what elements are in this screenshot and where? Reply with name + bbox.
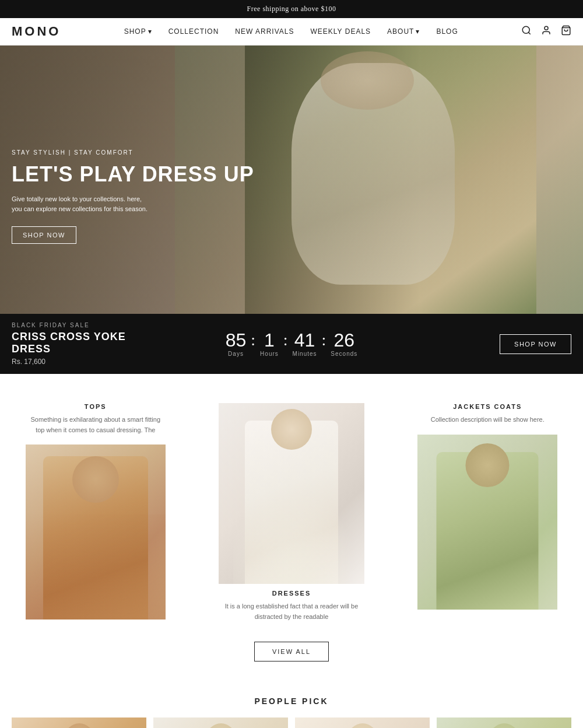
pick-item-2[interactable] xyxy=(153,718,288,728)
sale-info: BLACK FRIDAY SALE CRISS CROSS YOKE DRESS… xyxy=(12,322,152,366)
pick-item-1[interactable] xyxy=(12,718,146,728)
collections-section: TOPS Something is exhilarating about a s… xyxy=(0,374,583,679)
nav-weekly-deals[interactable]: WEEKLY DEALS xyxy=(311,27,371,36)
collection-tops: TOPS Something is exhilarating about a s… xyxy=(12,403,180,620)
chevron-down-icon: ▾ xyxy=(148,27,152,36)
collection-dresses: DRESSES It is a long established fact th… xyxy=(191,403,392,662)
people-pick-section: PEOPLE PICK → xyxy=(0,679,583,728)
sale-title: CRISS CROSS YOKE DRESS xyxy=(12,331,152,355)
announcement-text: Free shipping on above $100 xyxy=(247,5,336,13)
nav-collection[interactable]: COLLECTION xyxy=(168,27,219,36)
countdown-timer: 85 Days : 1 Hours : 41 Minutes : 26 Seco… xyxy=(152,331,431,358)
search-icon[interactable] xyxy=(521,25,532,38)
dresses-description: It is a long established fact that a rea… xyxy=(222,601,361,622)
header-icons xyxy=(521,25,571,38)
hero-description: Give totally new look to your collection… xyxy=(12,194,152,215)
countdown-days: 85 Days xyxy=(226,331,247,357)
sale-shop-now-button[interactable]: SHOP NOW xyxy=(500,334,571,354)
nav-shop[interactable]: SHOP ▾ xyxy=(124,27,152,36)
cart-icon[interactable] xyxy=(561,25,571,38)
hero-subtitle: STAY STYLISH | STAY COMFORT xyxy=(12,149,254,156)
tops-label: TOPS xyxy=(85,403,107,410)
countdown-sep-2: : xyxy=(283,331,288,358)
jackets-description: Collection description will be show here… xyxy=(431,415,545,425)
sale-banner: BLACK FRIDAY SALE CRISS CROSS YOKE DRESS… xyxy=(0,314,583,374)
countdown-sep-3: : xyxy=(322,331,326,358)
pick-item-3[interactable] xyxy=(295,718,430,728)
sale-tag: BLACK FRIDAY SALE xyxy=(12,322,152,328)
hero-section: STAY STYLISH | STAY COMFORT LET'S PLAY D… xyxy=(0,46,583,314)
countdown-hours: 1 Hours xyxy=(260,331,279,357)
dresses-image xyxy=(219,403,364,584)
site-header: MONO SHOP ▾ COLLECTION NEW ARRIVALS WEEK… xyxy=(0,18,583,46)
nav-new-arrivals[interactable]: NEW ARRIVALS xyxy=(235,27,294,36)
pick-item-4[interactable] xyxy=(437,718,571,728)
sale-price: Rs. 17,600 xyxy=(12,358,152,366)
tops-image xyxy=(26,444,166,620)
svg-point-0 xyxy=(522,26,529,33)
nav-about[interactable]: ABOUT ▾ xyxy=(387,27,420,36)
hero-shop-now-button[interactable]: SHOP NOW xyxy=(12,226,76,244)
countdown-seconds: 26 Seconds xyxy=(331,331,357,357)
people-pick-title: PEOPLE PICK xyxy=(12,696,571,706)
sale-cta: SHOP NOW xyxy=(431,334,571,354)
svg-line-1 xyxy=(528,32,530,34)
hero-title: LET'S PLAY DRESS UP xyxy=(12,163,254,186)
people-pick-grid: → xyxy=(12,718,571,728)
dresses-label: DRESSES xyxy=(272,590,311,597)
hero-content: STAY STYLISH | STAY COMFORT LET'S PLAY D… xyxy=(12,149,254,244)
view-all-button[interactable]: VIEW ALL xyxy=(254,642,329,662)
collection-jackets: JACKETS COATS Collection description wil… xyxy=(404,403,572,610)
nav-blog[interactable]: BLOG xyxy=(436,27,458,36)
countdown-sep-1: : xyxy=(251,331,255,358)
chevron-down-icon-about: ▾ xyxy=(416,27,420,36)
tops-description: Something is exhilarating about a smart … xyxy=(26,415,166,435)
main-nav: SHOP ▾ COLLECTION NEW ARRIVALS WEEKLY DE… xyxy=(124,27,458,36)
hero-model-image xyxy=(245,46,536,314)
countdown-minutes: 41 Minutes xyxy=(293,331,317,357)
svg-point-2 xyxy=(545,26,548,30)
site-logo[interactable]: MONO xyxy=(12,24,61,39)
jackets-image xyxy=(417,435,557,610)
account-icon[interactable] xyxy=(541,25,552,38)
announcement-bar: Free shipping on above $100 xyxy=(0,0,583,18)
jackets-label: JACKETS COATS xyxy=(453,403,522,410)
